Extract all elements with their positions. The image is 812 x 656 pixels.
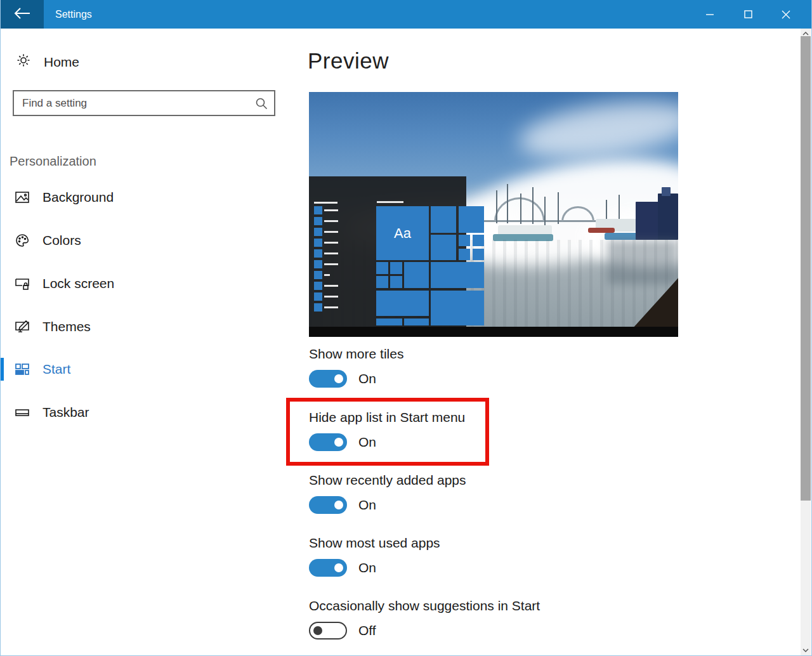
preview-tile xyxy=(390,262,402,274)
setting-hide-app-list: Hide app list in Start menu On xyxy=(309,410,465,451)
app-list-text-line xyxy=(324,209,338,211)
scroll-down-button[interactable] xyxy=(801,645,811,655)
setting-label: Show more tiles xyxy=(309,346,403,362)
themes-icon xyxy=(15,319,30,334)
setting-show-more-tiles: Show more tiles On xyxy=(309,346,403,388)
toggle-show-more-tiles[interactable] xyxy=(309,370,347,388)
app-list-tile xyxy=(314,271,322,279)
toggle-knob xyxy=(334,563,343,572)
app-list-text-line xyxy=(324,306,338,308)
preview-tile xyxy=(404,262,429,288)
boat-mast xyxy=(520,194,521,224)
app-list-text-line xyxy=(324,285,338,287)
tile-aa-label: Aa xyxy=(394,225,411,242)
boat-mast xyxy=(496,190,497,223)
toggle-knob xyxy=(313,626,322,635)
setting-show-recently-added: Show recently added apps On xyxy=(309,473,466,514)
tile-group-title-line xyxy=(377,201,403,203)
start-tiles-icon xyxy=(15,362,30,377)
toggle-state-label: Off xyxy=(358,623,376,638)
toggle-state-label: On xyxy=(358,560,376,575)
sidebar-item-label: Lock screen xyxy=(43,276,114,291)
preview-tile xyxy=(473,249,484,260)
sidebar-item-label: Background xyxy=(43,190,114,205)
toggle-state-label: On xyxy=(358,435,376,450)
background-image-icon xyxy=(15,190,30,205)
app-list-tile xyxy=(314,292,322,301)
preview-tile xyxy=(431,206,456,233)
preview-tile xyxy=(459,249,470,260)
app-list-tile xyxy=(314,260,322,268)
boat-hull xyxy=(588,228,615,233)
close-icon xyxy=(782,10,790,19)
toggle-state-label: On xyxy=(358,497,376,513)
setting-label: Occasionally show suggestions in Start xyxy=(309,598,540,613)
back-arrow-icon xyxy=(14,7,30,22)
maximize-icon xyxy=(744,10,752,18)
setting-label: Show recently added apps xyxy=(309,473,466,488)
preview-taskbar-strip xyxy=(309,327,678,337)
sidebar-item-background[interactable]: Background xyxy=(1,183,287,211)
toggle-show-suggestions[interactable] xyxy=(309,622,347,640)
sidebar-item-label: Themes xyxy=(43,319,91,334)
scrollbar-thumb[interactable] xyxy=(801,36,811,501)
sidebar-item-taskbar[interactable]: Taskbar xyxy=(1,398,287,426)
app-list-text-line xyxy=(324,263,338,265)
app-list-tile xyxy=(314,206,322,214)
close-button[interactable] xyxy=(767,0,805,29)
harbor-building xyxy=(658,194,678,240)
app-list-text-line xyxy=(324,253,338,254)
tile-grid: Aa xyxy=(376,206,484,325)
app-list-text-line xyxy=(324,242,338,244)
setting-label: Show most used apps xyxy=(309,535,440,551)
vertical-scrollbar[interactable] xyxy=(801,29,811,655)
harbor-building xyxy=(636,202,661,240)
cloud-shape xyxy=(516,93,678,167)
preview-tile xyxy=(431,262,484,288)
maximize-button[interactable] xyxy=(729,0,767,29)
sidebar-item-start[interactable]: Start xyxy=(1,355,287,383)
search-input[interactable] xyxy=(14,97,249,110)
boat-mast xyxy=(558,192,559,224)
search-icon[interactable] xyxy=(249,97,274,110)
toggle-hide-app-list[interactable] xyxy=(309,433,347,451)
toggle-state-label: On xyxy=(358,371,376,386)
minimize-button[interactable] xyxy=(691,0,729,29)
preview-tile xyxy=(376,318,402,325)
preview-tile xyxy=(376,262,388,274)
preview-tile xyxy=(459,206,484,233)
preview-tile xyxy=(473,235,484,246)
sidebar-item-lock-screen[interactable]: Lock screen xyxy=(1,270,287,298)
toggle-show-recently-added[interactable] xyxy=(309,496,347,514)
search-box xyxy=(13,90,275,116)
preview-tile-aa: Aa xyxy=(376,206,429,260)
back-button[interactable] xyxy=(1,0,44,29)
taskbar-icon xyxy=(15,405,30,420)
boat-mast xyxy=(507,184,508,223)
chevron-up-icon xyxy=(802,32,809,36)
app-list-text-line xyxy=(324,220,338,222)
app-list-tile xyxy=(314,303,322,312)
preview-image: Aa xyxy=(309,92,678,337)
app-list-tile xyxy=(314,249,322,258)
app-list-text-line xyxy=(324,274,330,276)
app-list-tile xyxy=(314,217,322,225)
selected-accent-bar xyxy=(1,358,4,381)
preview-tile xyxy=(376,291,429,316)
setting-show-most-used: Show most used apps On xyxy=(309,535,440,577)
palette-icon xyxy=(15,233,30,248)
sidebar-item-themes[interactable]: Themes xyxy=(1,313,287,341)
sidebar-item-home[interactable]: Home xyxy=(16,53,79,71)
gear-icon xyxy=(16,53,31,71)
sidebar-item-label: Colors xyxy=(43,233,81,248)
toggle-knob xyxy=(334,501,343,509)
app-list-header-line xyxy=(314,202,337,204)
sidebar-item-label: Taskbar xyxy=(43,405,89,420)
toggle-knob xyxy=(334,374,343,383)
app-list-text-line xyxy=(324,231,338,233)
setting-show-suggestions: Occasionally show suggestions in Start O… xyxy=(309,598,540,640)
boat-mast xyxy=(532,187,534,224)
home-label: Home xyxy=(44,55,79,70)
sidebar-item-colors[interactable]: Colors xyxy=(1,226,287,254)
toggle-show-most-used[interactable] xyxy=(309,559,347,577)
